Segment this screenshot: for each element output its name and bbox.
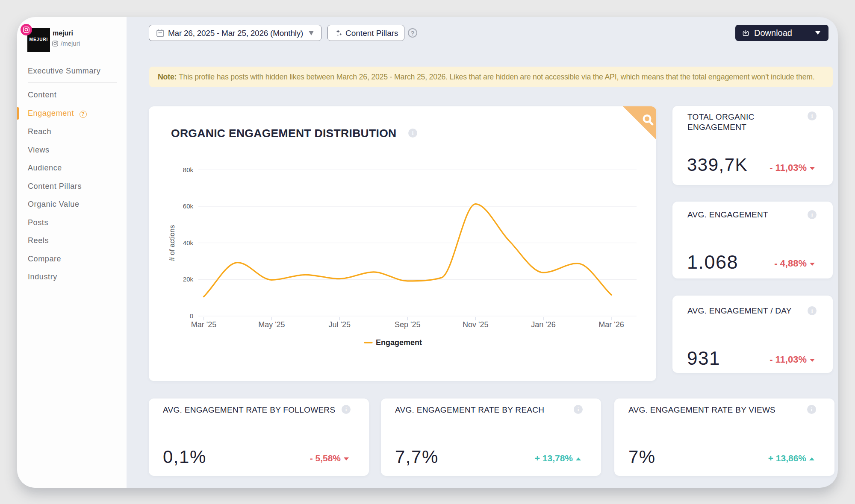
svg-text:Jul '25: Jul '25 xyxy=(329,320,351,329)
svg-text:# of actions: # of actions xyxy=(168,225,176,261)
svg-text:80k: 80k xyxy=(183,166,194,173)
svg-text:60k: 60k xyxy=(183,202,194,210)
svg-text:Engagement: Engagement xyxy=(376,338,422,347)
svg-text:Mar '25: Mar '25 xyxy=(191,320,216,329)
svg-text:Jan '26: Jan '26 xyxy=(531,320,555,329)
svg-text:Nov '25: Nov '25 xyxy=(463,320,488,329)
svg-text:0: 0 xyxy=(190,312,193,319)
svg-text:40k: 40k xyxy=(183,239,194,246)
svg-text:Mar '26: Mar '26 xyxy=(598,320,624,329)
svg-text:20k: 20k xyxy=(183,275,194,283)
svg-text:May '25: May '25 xyxy=(258,320,285,329)
svg-text:Sep '25: Sep '25 xyxy=(395,320,421,329)
